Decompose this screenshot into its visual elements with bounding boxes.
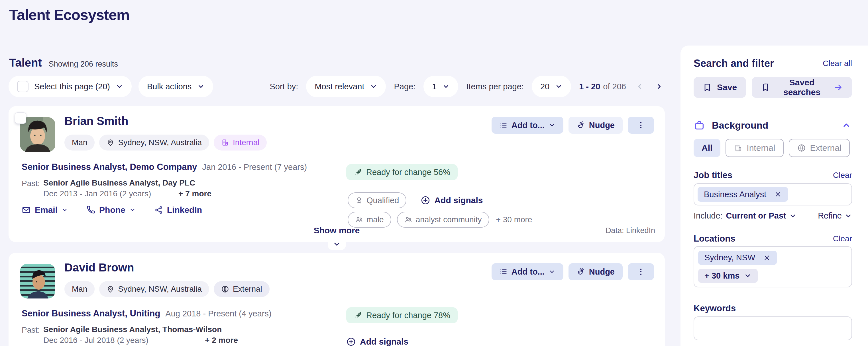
prev-page-button[interactable] bbox=[634, 81, 646, 92]
include-value-label: Current or Past bbox=[726, 211, 786, 220]
chevron-down-icon bbox=[116, 83, 123, 90]
job-titles-header: Job titles Clear bbox=[693, 170, 852, 180]
past-label: Past: bbox=[22, 325, 40, 335]
toggle-external-label: External bbox=[810, 143, 841, 153]
page-label: Page: bbox=[394, 82, 415, 91]
select-page-dropdown[interactable]: Select this page (20) bbox=[8, 76, 132, 97]
employment-type-label: External bbox=[233, 284, 262, 293]
plus-circle-icon bbox=[346, 337, 356, 346]
arrow-right-icon bbox=[834, 83, 843, 92]
show-more-link[interactable]: Show more bbox=[8, 226, 665, 235]
email-dropdown[interactable]: Email bbox=[22, 205, 68, 215]
keywords-input-box[interactable] bbox=[693, 316, 852, 340]
nudge-label: Nudge bbox=[589, 120, 615, 130]
chevron-up-icon bbox=[842, 120, 851, 130]
refine-label: Refine bbox=[818, 211, 842, 220]
location-label: Sydney, NSW, Australia bbox=[118, 138, 202, 147]
ready-for-change-label: Ready for change 78% bbox=[366, 311, 450, 320]
more-roles-link[interactable]: + 2 more bbox=[205, 336, 238, 345]
more-tags-link[interactable]: + 30 more bbox=[496, 215, 532, 224]
clear-all-link[interactable]: Clear all bbox=[823, 59, 852, 68]
include-label: Include: bbox=[693, 211, 723, 220]
more-options-button[interactable] bbox=[628, 117, 654, 134]
current-role: Senior Business Analyst, Uniting bbox=[22, 308, 160, 319]
gender-label: Man bbox=[72, 284, 87, 293]
save-label: Save bbox=[717, 82, 737, 92]
include-dropdown[interactable]: Current or Past bbox=[726, 211, 797, 220]
job-title-chip: Business Analyst bbox=[698, 187, 788, 202]
group-icon bbox=[355, 216, 363, 223]
range-current: 1 - 20 bbox=[579, 82, 600, 91]
locations-input[interactable]: Sydney, NSW + 30 kms bbox=[693, 246, 852, 287]
page-title: Talent bbox=[9, 56, 42, 69]
nudge-button[interactable]: Nudge bbox=[568, 263, 623, 280]
sidebar-buttons: Save Saved searches bbox=[693, 77, 852, 98]
phone-label: Phone bbox=[99, 205, 125, 215]
tag-pill[interactable]: male bbox=[348, 212, 391, 228]
location-label: Sydney, NSW, Australia bbox=[118, 284, 202, 293]
add-signals-button[interactable]: Add signals bbox=[346, 337, 408, 346]
add-to-button[interactable]: Add to... bbox=[492, 117, 563, 134]
signals-row: Qualified Add signals bbox=[348, 192, 483, 208]
linkedin-label: LinkedIn bbox=[167, 205, 202, 215]
badge-row: Man Sydney, NSW, Australia Internal bbox=[64, 135, 267, 150]
items-per-page-label: Items per page: bbox=[466, 82, 524, 91]
items-per-page-dropdown[interactable]: 20 bbox=[532, 76, 571, 97]
toolbar-right: Sort by: Most relevant Page: 1 Items per… bbox=[270, 76, 665, 97]
chevron-down-icon bbox=[555, 83, 562, 90]
chevron-down-icon bbox=[197, 83, 205, 90]
bulk-actions-label: Bulk actions bbox=[147, 82, 191, 91]
keywords-input[interactable] bbox=[694, 317, 851, 340]
job-titles-clear-link[interactable]: Clear bbox=[833, 171, 852, 180]
card-actions: Add to... Nudge bbox=[492, 263, 654, 280]
results-toolbar: Select this page (20) Bulk actions Sort … bbox=[8, 76, 665, 97]
background-toggle-all[interactable]: All bbox=[693, 139, 720, 157]
page-value: 1 bbox=[432, 82, 437, 91]
tag-pill[interactable]: analyst community bbox=[397, 212, 489, 228]
past-role: Senior Agile Business Analyst, Day PLC bbox=[43, 178, 195, 187]
refine-dropdown[interactable]: Refine bbox=[818, 211, 852, 220]
candidate-name: David Brown bbox=[64, 261, 134, 274]
job-titles-input[interactable]: Business Analyst bbox=[693, 183, 852, 205]
list-icon bbox=[500, 268, 507, 276]
remove-chip-icon[interactable] bbox=[774, 191, 782, 198]
background-section-header[interactable]: Background bbox=[693, 119, 852, 131]
nudge-label: Nudge bbox=[589, 267, 615, 277]
page-dropdown[interactable]: 1 bbox=[424, 76, 458, 97]
select-page-checkbox[interactable] bbox=[17, 81, 29, 92]
next-page-button[interactable] bbox=[653, 81, 665, 92]
add-to-button[interactable]: Add to... bbox=[492, 263, 563, 280]
linkedin-link[interactable]: LinkedIn bbox=[154, 205, 202, 215]
qualified-signal-pill[interactable]: Qualified bbox=[348, 192, 406, 208]
save-search-button[interactable]: Save bbox=[693, 77, 746, 98]
current-role: Senior Business Analyst, Demo Company bbox=[22, 162, 197, 172]
expand-card-button[interactable] bbox=[328, 237, 346, 250]
include-row: Include: Current or Past Refine bbox=[693, 211, 852, 220]
radius-dropdown[interactable]: + 30 kms bbox=[698, 269, 758, 283]
select-candidate-checkbox[interactable] bbox=[15, 112, 26, 124]
collapse-section-button[interactable] bbox=[841, 119, 852, 131]
more-roles-link[interactable]: + 7 more bbox=[178, 189, 212, 198]
badge-row: Man Sydney, NSW, Australia External bbox=[64, 281, 270, 297]
remove-chip-icon[interactable] bbox=[763, 254, 771, 262]
background-toggle-external[interactable]: External bbox=[789, 139, 850, 157]
snap-fingers-icon bbox=[577, 121, 585, 130]
saved-searches-button[interactable]: Saved searches bbox=[752, 77, 852, 98]
past-role: Senior Agile Business Analyst, Thomas-Wi… bbox=[43, 325, 222, 334]
add-signals-button[interactable]: Add signals bbox=[421, 196, 483, 205]
globe-icon bbox=[797, 144, 806, 152]
sort-dropdown[interactable]: Most relevant bbox=[306, 76, 386, 97]
nudge-button[interactable]: Nudge bbox=[568, 117, 623, 134]
chevron-down-icon bbox=[333, 240, 341, 248]
toolbar-left: Select this page (20) Bulk actions bbox=[8, 76, 213, 97]
phone-dropdown[interactable]: Phone bbox=[87, 205, 136, 215]
locations-clear-link[interactable]: Clear bbox=[833, 234, 852, 243]
more-options-button[interactable] bbox=[628, 263, 654, 280]
background-toggle-internal[interactable]: Internal bbox=[725, 139, 784, 157]
bulk-actions-dropdown[interactable]: Bulk actions bbox=[138, 76, 213, 97]
locations-header: Locations Clear bbox=[693, 234, 852, 244]
sidebar-header: Search and filter Clear all bbox=[693, 58, 852, 69]
add-to-label: Add to... bbox=[512, 120, 545, 130]
gender-badge: Man bbox=[64, 135, 95, 150]
sidebar-title: Search and filter bbox=[693, 58, 774, 69]
